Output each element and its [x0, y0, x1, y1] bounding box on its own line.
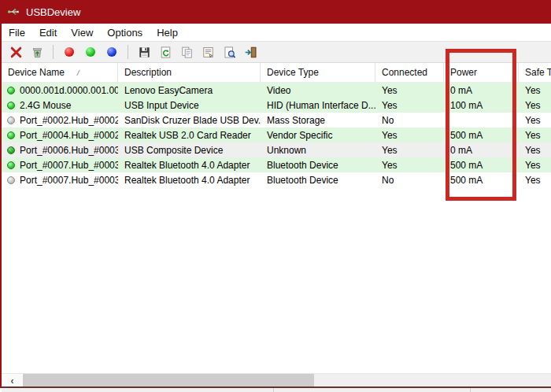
device-name: Port_#0007.Hub_#0003	[20, 175, 118, 186]
window-left-border	[0, 24, 2, 388]
description: USB Input Device	[118, 98, 261, 113]
window-title: USBDeview	[26, 6, 80, 18]
statusbar-divider	[470, 388, 471, 392]
connected: No	[375, 172, 444, 187]
device-type: Unknown	[261, 142, 375, 157]
green-ball-button[interactable]	[83, 44, 98, 60]
sort-icon: /	[76, 68, 80, 77]
connected: Yes	[375, 142, 444, 157]
safe-to-unplug: Yes	[519, 98, 551, 113]
menu-view[interactable]: View	[64, 24, 100, 41]
safe-to-unplug: Yes	[519, 157, 551, 172]
save-button[interactable]	[136, 44, 152, 60]
table-row[interactable]: 2.4G Mouse USB Input Device HID (Human I…	[2, 98, 551, 113]
table-row[interactable]: Port_#0006.Hub_#0003 USB Composite Devic…	[2, 142, 551, 157]
find-button[interactable]	[221, 44, 237, 60]
copy-button[interactable]	[179, 44, 194, 60]
horizontal-scrollbar[interactable]: ‹	[2, 373, 551, 386]
device-name: Port_#0007.Hub_#0003	[20, 160, 118, 171]
remove-device-button[interactable]	[8, 44, 24, 60]
device-type: Vendor Specific	[261, 128, 375, 142]
power	[444, 113, 519, 128]
copy-icon	[180, 46, 194, 59]
safe-to-unplug: Yes	[519, 113, 551, 128]
device-name: Port_#0002.Hub_#0002	[20, 115, 118, 126]
magnifier-icon	[223, 46, 236, 59]
power: 0 mA	[444, 142, 519, 157]
green-dotted-ball-icon	[7, 146, 15, 154]
power: 500 mA	[444, 172, 519, 187]
menubar: File Edit View Options Help	[2, 24, 551, 41]
description: Realtek Bluetooth 4.0 Adapter	[118, 157, 261, 172]
device-type: Mass Storage	[261, 113, 375, 128]
usb-plug-icon	[7, 6, 20, 18]
device-type: HID (Human Interface D...	[261, 98, 375, 113]
description: Realtek USB 2.0 Card Reader	[118, 128, 261, 142]
refresh-button[interactable]	[157, 44, 173, 60]
device-name: 0000.001d.0000.001.00...	[20, 85, 118, 96]
description: Realtek Bluetooth 4.0 Adapter	[118, 172, 261, 187]
red-ball-button[interactable]	[61, 44, 77, 60]
refresh-icon	[159, 46, 172, 59]
column-header-device-name[interactable]: Device Name /	[2, 63, 118, 82]
green-ball-icon	[86, 47, 95, 57]
connected: Yes	[375, 157, 444, 172]
recycle-bin-icon	[31, 46, 44, 59]
statusbar-divider	[273, 388, 274, 392]
table-row[interactable]: Port_#0004.Hub_#0002 Realtek USB 2.0 Car…	[2, 128, 551, 142]
table-row[interactable]: Port_#0002.Hub_#0002 SanDisk Cruzer Blad…	[2, 113, 551, 128]
device-list: Device Name / Description Device Type Co…	[2, 63, 551, 373]
power: 0 mA	[444, 83, 519, 98]
safe-to-unplug: Yes	[519, 172, 551, 187]
gray-ball-icon	[7, 176, 15, 184]
column-header-connected[interactable]: Connected	[375, 63, 444, 82]
description: Lenovo EasyCamera	[118, 83, 261, 98]
chevron-left-icon: ‹	[11, 375, 14, 386]
properties-button[interactable]	[200, 44, 216, 60]
device-type: Bluetooth Device	[261, 157, 375, 172]
menu-file[interactable]: File	[2, 24, 32, 41]
menu-edit[interactable]: Edit	[32, 24, 64, 41]
column-header-safe-to-unplug[interactable]: Safe To Unplug	[519, 63, 551, 82]
list-header: Device Name / Description Device Type Co…	[2, 63, 551, 83]
device-name: 2.4G Mouse	[20, 100, 71, 111]
connected: Yes	[375, 128, 444, 142]
green-ball-icon	[7, 161, 15, 169]
description: USB Composite Device	[118, 142, 261, 157]
safe-to-unplug: Yes	[519, 128, 551, 142]
column-header-description[interactable]: Description	[118, 63, 261, 82]
connected: Yes	[375, 98, 444, 113]
table-row[interactable]: Port_#0007.Hub_#0003 Realtek Bluetooth 4…	[2, 172, 551, 187]
menu-options[interactable]: Options	[100, 24, 150, 41]
description: SanDisk Cruzer Blade USB Dev...	[118, 113, 261, 128]
device-name: Port_#0006.Hub_#0003	[20, 145, 118, 156]
statusbar	[2, 388, 551, 392]
toolbar	[2, 41, 551, 63]
power: 500 mA	[444, 157, 519, 172]
safe-to-unplug: Yes	[519, 142, 551, 157]
green-ball-icon	[7, 131, 15, 139]
uninstall-device-button[interactable]	[29, 44, 45, 60]
blue-ball-button[interactable]	[104, 44, 120, 60]
menu-help[interactable]: Help	[150, 24, 185, 41]
scroll-left-button[interactable]: ‹	[2, 374, 23, 387]
table-row[interactable]: Port_#0007.Hub_#0003 Realtek Bluetooth 4…	[2, 157, 551, 172]
exit-button[interactable]	[242, 44, 258, 60]
floppy-disk-icon	[138, 46, 151, 59]
titlebar[interactable]: USBDeview	[0, 0, 551, 24]
connected: No	[375, 113, 444, 128]
green-ball-icon	[7, 102, 15, 109]
usbdeview-window: USBDeview File Edit View Options Help	[0, 0, 551, 392]
device-type: Video	[261, 83, 375, 98]
column-header-device-type[interactable]: Device Type	[261, 63, 375, 82]
blue-ball-icon	[107, 47, 116, 57]
toolbar-separator	[53, 45, 54, 59]
scrollbar-thumb[interactable]	[23, 374, 314, 387]
red-x-icon	[9, 46, 23, 59]
red-ball-icon	[65, 47, 74, 57]
column-header-power[interactable]: Power	[444, 63, 519, 82]
gray-ball-icon	[7, 116, 15, 124]
properties-icon	[202, 46, 215, 59]
connected: Yes	[375, 83, 444, 98]
table-row[interactable]: 0000.001d.0000.001.00... Lenovo EasyCame…	[2, 83, 551, 98]
